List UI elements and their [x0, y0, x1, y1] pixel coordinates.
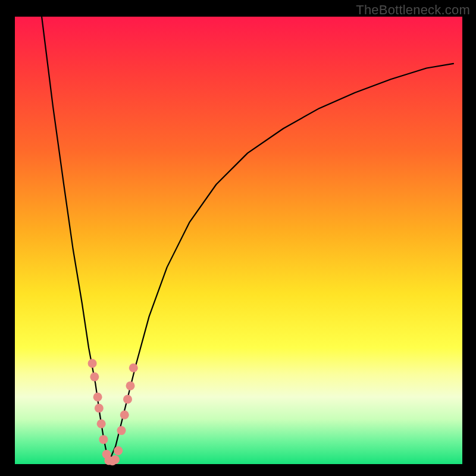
marker-dot	[126, 381, 135, 390]
marker-dot	[114, 446, 123, 455]
marker-dot	[95, 404, 104, 413]
marker-dot	[117, 426, 126, 435]
watermark-text: TheBottleneck.com	[356, 2, 470, 18]
marker-dot	[88, 359, 97, 368]
outer-frame: TheBottleneck.com	[0, 0, 476, 476]
marker-dot	[90, 372, 99, 381]
gradient-background	[15, 17, 462, 464]
marker-dot	[123, 394, 132, 403]
marker-dot	[120, 411, 129, 419]
marker-dot	[99, 435, 108, 444]
marker-dot	[97, 419, 106, 428]
marker-dot	[93, 393, 102, 402]
marker-dot	[129, 364, 138, 372]
marker-dot	[111, 455, 120, 464]
bottleneck-chart	[0, 0, 476, 476]
